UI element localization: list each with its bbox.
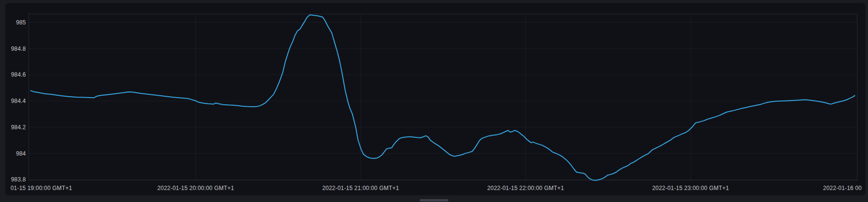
x-axis-tick-label: 2022-01-15 22:00:00 GMT+1 — [487, 185, 564, 191]
horizontal-scrollbar-thumb[interactable] — [420, 199, 448, 202]
y-axis-tick-label: 983.8 — [0, 176, 26, 183]
y-axis-tick-label: 984.2 — [0, 124, 26, 131]
x-axis-tick-label: 2022-01-15 20:00:00 GMT+1 — [157, 185, 234, 191]
dashboard-page: { "page": { "background": "#1b1c22" }, "… — [0, 0, 868, 202]
plot-area[interactable] — [29, 14, 857, 180]
x-axis-tick-label: 2022-01-15 21:00:00 GMT+1 — [322, 185, 399, 191]
y-axis-tick-label: 984.6 — [0, 71, 26, 78]
y-axis-tick-label: 984 — [0, 150, 26, 157]
x-axis-tick-label: 2022-01-16 00 — [823, 185, 862, 191]
y-axis-tick-label: 984.8 — [0, 45, 26, 52]
x-axis-tick-label: 2022-01-15 23:00:00 GMT+1 — [652, 185, 729, 191]
x-axis-tick-label: 01-15 19:00:00 GMT+1 — [11, 185, 72, 191]
y-axis-tick-label: 984.4 — [0, 98, 26, 104]
y-axis-tick-label: 985 — [0, 19, 26, 26]
